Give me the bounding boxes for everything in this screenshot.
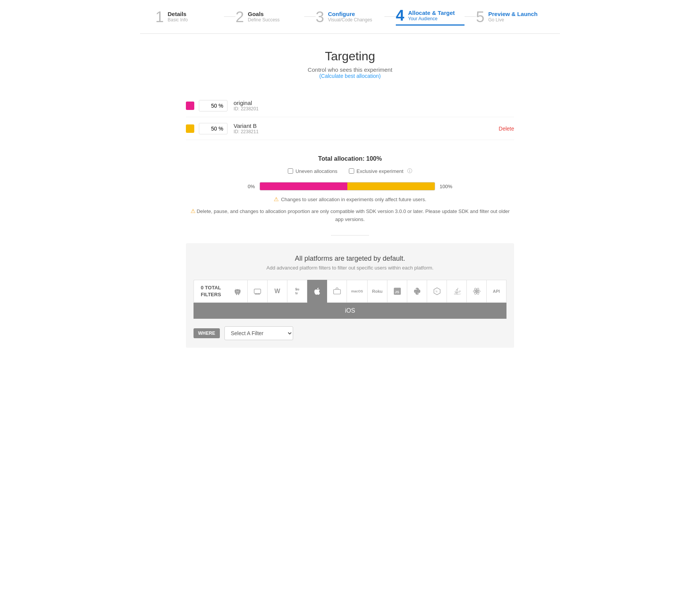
exclusive-experiment-input[interactable] [349,168,354,174]
step-sep-2 [304,16,316,17]
variant-id-original: ID: 2238201 [234,106,258,111]
tab-ios[interactable] [307,280,327,303]
tab-apple-tv[interactable] [327,280,347,303]
help-icon: ⓘ [407,168,412,174]
where-filter-row: WHERE Select A Filter Browser Device OS … [194,319,506,348]
section-divider [331,235,369,236]
variant-color-original [186,102,194,110]
fire-tablet-icon-text: W [274,288,280,295]
warning-future-users: ⚠ Changes to user allocation in experime… [186,196,514,203]
svg-text:N: N [435,290,437,293]
active-platform-label: iOS [194,303,506,319]
svg-rect-0 [254,289,261,294]
page-title: Targeting [186,49,514,63]
step-4-number: 4 [396,8,404,23]
step-5-number: 5 [476,9,484,24]
main-content: Targeting Control who sees this experime… [178,34,522,374]
step-1[interactable]: 1 Details Basic Info [155,9,224,24]
variant-name-original: original [234,100,258,106]
step-2-title: Goals [248,11,279,17]
step-5[interactable]: 5 Preview & Launch Go Live [476,9,545,24]
progress-bar-container: 0% 100% [186,182,514,190]
variants-section: original ID: 2238201 Variant B ID: 22382… [186,94,514,140]
step-1-subtitle: Basic Info [168,17,188,23]
variant-color-b [186,124,194,133]
roku-icon-text: Roku [372,289,383,294]
tab-react[interactable] [467,280,487,303]
warning-text-1: Changes to user allocation in experiment… [281,197,426,202]
filter-count-box: 0 TOTALFILTERS [194,280,228,303]
step-5-subtitle: Go Live [488,17,537,23]
page-header: Targeting Control who sees this experime… [186,49,514,79]
step-sep-4 [465,16,476,17]
filter-select[interactable]: Select A Filter Browser Device OS Versio… [224,326,293,340]
progress-fill-red [260,182,347,190]
step-4-subtitle: Your Audience [408,16,455,21]
step-1-number: 1 [155,9,164,24]
step-3-title: Configure [328,11,372,17]
tab-macos[interactable]: macOS [347,280,368,303]
page-subtitle: Control who sees this experiment [186,66,514,73]
tab-nodejs[interactable]: N [427,280,447,303]
info-text-content: Delete, pause, and changes to allocation… [197,208,510,222]
tab-python[interactable] [407,280,427,303]
svg-rect-1 [333,289,340,294]
variant-name-b: Variant B [234,123,258,129]
variant-percent-b[interactable] [199,123,227,134]
svg-text:JS: JS [395,290,399,294]
step-1-title: Details [168,11,188,17]
step-3[interactable]: 3 Configure Visual/Code Changes [316,9,384,24]
tab-roku[interactable]: Roku [368,280,387,303]
calculate-allocation-link[interactable]: (Calculate best allocation) [319,73,381,79]
tab-fireos[interactable]: firetv [287,280,307,303]
tab-js[interactable]: JS [387,280,407,303]
info-sdk-warning: ⚠ Delete, pause, and changes to allocati… [186,207,514,224]
allocation-section: Total allocation: 100% Uneven allocation… [186,155,514,224]
allocation-title: Total allocation: 100% [186,155,514,162]
stepper: 1 Details Basic Info 2 Goals Define Succ… [140,0,560,34]
variant-row-b: Variant B ID: 2238211 Delete [186,117,514,140]
variant-info-original: original ID: 2238201 [234,100,258,111]
exclusive-experiment-checkbox[interactable]: Exclusive experiment ⓘ [349,168,412,174]
progress-track [260,182,435,190]
step-5-title: Preview & Launch [488,11,537,17]
step-2-number: 2 [235,9,244,24]
variant-id-b: ID: 2238211 [234,129,258,134]
fireos-icon-text: firetv [295,287,299,295]
step-3-subtitle: Visual/Code Changes [328,17,372,23]
uneven-allocations-checkbox[interactable]: Uneven allocations [288,168,337,174]
allocation-checkboxes: Uneven allocations Exclusive experiment … [186,168,514,174]
platform-section: All platforms are targeted by default. A… [186,243,514,348]
tab-api[interactable]: API [487,280,506,303]
step-4-title: Allocate & Target [408,10,455,16]
delete-variant-b-button[interactable]: Delete [499,126,514,132]
step-4[interactable]: 4 Allocate & Target Your Audience [396,8,465,26]
platform-subtitle: Add advanced platform filters to filter … [194,265,506,271]
variant-percent-original[interactable] [199,100,227,111]
tab-java[interactable] [447,280,467,303]
progress-start: 0% [248,184,255,189]
warning-icon-1: ⚠ [274,196,279,203]
progress-fill-yellow [347,182,435,190]
step-2[interactable]: 2 Goals Define Success [235,9,304,24]
tab-fire-tv[interactable] [248,280,268,303]
tab-android[interactable] [228,280,248,303]
platform-tabs-wrapper: 0 TOTALFILTERS W firetv [194,280,506,303]
svg-point-6 [476,290,477,292]
progress-end: 100% [440,184,452,189]
step-sep-3 [384,16,396,17]
tab-fire-tablet[interactable]: W [268,280,287,303]
platform-title: All platforms are targeted by default. [194,255,506,263]
variant-info-b: Variant B ID: 2238211 [234,123,258,134]
uneven-allocations-input[interactable] [288,168,293,174]
uneven-allocations-label: Uneven allocations [295,168,337,174]
exclusive-experiment-label: Exclusive experiment [356,168,403,174]
macos-icon-text: macOS [351,289,363,293]
step-2-subtitle: Define Success [248,17,279,23]
step-sep-1 [224,16,235,17]
api-icon-text: API [493,289,500,294]
step-3-number: 3 [316,9,324,24]
where-badge: WHERE [194,328,220,338]
variant-row-original: original ID: 2238201 [186,94,514,117]
warning-icon-2: ⚠ [190,208,195,214]
